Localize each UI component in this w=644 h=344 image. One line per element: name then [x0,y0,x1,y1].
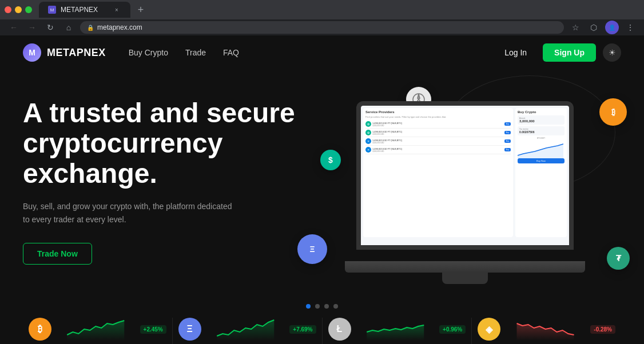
carousel-dot-1[interactable] [306,304,311,309]
url-text: metapnex.com [97,23,142,31]
browser-toolbar: ← → ↻ ⌂ 🔒 metapnex.com ☆ ⬡ 👤 ⋮ [0,19,644,35]
site-content: M METAPNEX Buy Crypto Trade FAQ Log In S… [0,35,644,344]
trade-now-button[interactable]: Trade Now [23,243,92,265]
reload-button[interactable]: ↻ [43,21,57,34]
ticker-coin-row: ₿ +2.45% [29,318,166,341]
screen-content: Service Providers Find providers that su… [361,106,569,245]
dollar-icon: $ [320,150,341,170]
change-badge: +2.45% [140,325,166,334]
login-button[interactable]: Log In [495,43,536,62]
bitcoin-float-icon: ₿ [599,98,627,126]
theme-toggle-button[interactable]: ☀ [603,43,621,62]
hero-section: A trusted and secure cryptocurrency exch… [0,70,644,298]
change-badge: +0.96% [439,325,466,334]
nav-link-buy-crypto[interactable]: Buy Crypto [129,48,168,57]
hero-title: A trusted and secure cryptocurrency exch… [23,98,309,189]
tab-close-button[interactable]: × [112,5,121,14]
laptop-screen: Service Providers Find providers that su… [356,101,574,250]
bookmark-icon[interactable]: ☆ [569,21,582,34]
ticker-chart-eth [207,318,284,341]
logo-icon: M [23,43,41,62]
traffic-lights [5,6,32,13]
nav-links: Buy Crypto Trade FAQ [129,48,495,57]
laptop-mockup: Service Providers Find providers that su… [339,101,591,284]
minimize-traffic-light[interactable] [15,6,22,13]
ticker-coin-row: Ł +0.96% [328,318,466,341]
eth-icon: Ξ [178,318,201,341]
change-badge: -0.28% [590,325,615,334]
logo-text: METAPNEX [47,47,106,59]
lock-icon: 🔒 [87,25,94,31]
ticker-card-btc: ₿ +2.45% Bitcoin USD — [23,318,173,344]
bnb-icon: ◈ [478,318,500,341]
carousel-dot-2[interactable] [315,304,320,309]
profile-button[interactable]: 👤 [605,21,619,34]
navbar: M METAPNEX Buy Crypto Trade FAQ Log In S… [0,35,644,70]
carousel-dots [0,304,644,309]
menu-icon[interactable]: ⋮ [623,21,637,34]
crypto-ticker: ₿ +2.45% Bitcoin USD — Ξ [0,309,644,344]
ticker-coin-row: ◈ -0.28% [478,318,615,341]
laptop-stand [442,271,488,284]
ticker-chart-ltc [357,318,434,341]
btc-icon: ₿ [29,318,51,341]
forward-button[interactable]: → [25,21,39,34]
nav-link-faq[interactable]: FAQ [223,48,239,57]
logo-area: M METAPNEX [23,43,106,62]
ethereum-float-icon: Ξ [297,234,327,264]
svg-marker-5 [367,325,424,341]
svg-marker-3 [67,321,124,341]
signup-button[interactable]: Sign Up [543,43,596,62]
ticker-chart-bnb [506,318,585,341]
nav-actions: Log In Sign Up ☀ [495,43,621,62]
address-bar[interactable]: 🔒 metapnex.com [80,21,564,34]
ticker-coin-row: Ξ +7.69% [178,318,316,341]
active-tab[interactable]: M METAPNEX × [39,2,130,18]
back-button[interactable]: ← [7,21,21,34]
close-traffic-light[interactable] [5,6,11,13]
browser-actions: ☆ ⬡ 👤 ⋮ [569,21,637,34]
new-tab-button[interactable]: + [133,2,149,18]
hero-left: A trusted and secure cryptocurrency exch… [23,81,309,298]
ticker-chart-btc [57,318,134,341]
laptop-base [345,261,585,273]
ticker-card-ltc: Ł +0.96% Litecoin USD — [323,318,472,344]
hero-right: $ ₿ Ξ ₮ Service Providers Find providers… [309,81,621,298]
home-button[interactable]: ⌂ [62,21,75,34]
svg-marker-6 [517,323,574,341]
maximize-traffic-light[interactable] [25,6,32,13]
tether-float-icon: ₮ [607,247,630,270]
nav-link-trade[interactable]: Trade [185,48,206,57]
carousel-dot-4[interactable] [333,304,338,309]
tab-favicon: M [48,6,56,14]
carousel-dot-3[interactable] [324,304,329,309]
ticker-card-bnb: ◈ -0.28% BNB USD — [472,318,621,344]
ltc-icon: Ł [328,318,351,341]
tab-bar: M METAPNEX × + [0,0,644,19]
ticker-card-eth: Ξ +7.69% Ethereum USD — [173,318,323,344]
hero-subtitle: Buy, sell, and grow your crypto with, th… [23,200,240,226]
extensions-icon[interactable]: ⬡ [587,21,601,34]
browser-chrome: M METAPNEX × + ← → ↻ ⌂ 🔒 metapnex.com ☆ … [0,0,644,35]
svg-marker-1 [418,94,420,99]
svg-marker-4 [217,320,274,341]
change-badge: +7.69% [289,325,316,334]
tab-title: METAPNEX [61,6,98,14]
